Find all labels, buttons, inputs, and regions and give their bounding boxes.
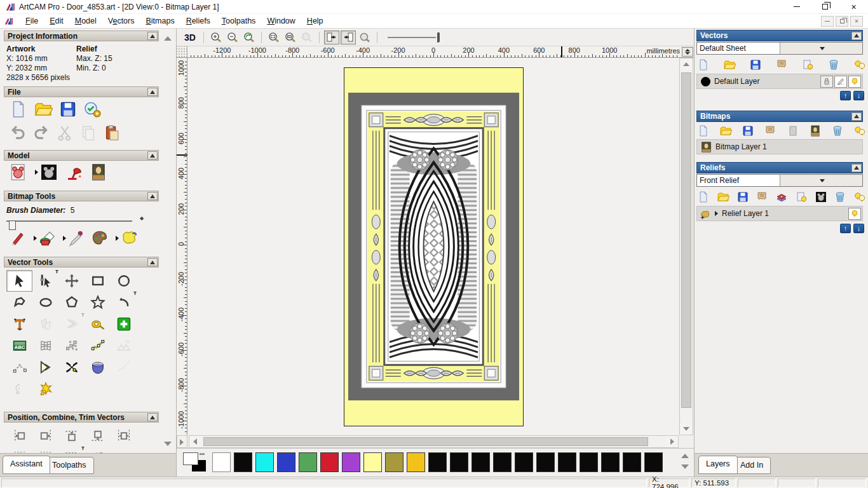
tab-assistant[interactable]: Assistant — [3, 456, 50, 474]
menu-window[interactable]: Window — [261, 15, 301, 27]
save-vector-layer[interactable] — [749, 58, 762, 71]
relief-layer-row[interactable]: Relief Layer 1 — [696, 206, 863, 221]
canvas-hscrollbar[interactable] — [189, 435, 679, 448]
paint[interactable] — [9, 229, 27, 247]
collapse-vector-tools-button[interactable] — [147, 258, 158, 266]
vector-doctor[interactable] — [32, 378, 58, 400]
panel-scroll-down[interactable] — [164, 442, 172, 448]
palette-swatch-1[interactable] — [234, 452, 252, 472]
set-model-size[interactable] — [9, 163, 28, 182]
mdi-minimize-button[interactable] — [821, 16, 834, 27]
collapse-file-button[interactable] — [147, 88, 158, 96]
drawing-canvas[interactable] — [187, 58, 679, 435]
create-star[interactable] — [85, 292, 111, 313]
delete-vector-layer[interactable] — [827, 58, 840, 71]
tab-add-in[interactable]: Add In — [733, 457, 771, 474]
palette-swatch-4[interactable] — [299, 452, 317, 472]
node-editing[interactable] — [32, 270, 58, 292]
next-view[interactable] — [341, 30, 356, 44]
lighting[interactable] — [64, 163, 83, 182]
new-relief-layer[interactable] — [697, 191, 710, 203]
minimize-button[interactable] — [782, 0, 811, 14]
paste-along-curve[interactable] — [58, 335, 85, 356]
palette-swatch-2[interactable] — [255, 452, 274, 472]
switch-to-3d-button[interactable]: 3D — [180, 32, 200, 43]
menu-help[interactable]: Help — [301, 15, 329, 27]
align-left[interactable] — [6, 425, 32, 447]
toggle-layer-visibility[interactable] — [801, 58, 814, 71]
relief-up-button[interactable]: ↑ — [840, 224, 851, 233]
menu-model[interactable]: Model — [69, 15, 102, 27]
palette-swatch-15[interactable] — [536, 452, 555, 472]
palette-swatch-12[interactable] — [471, 452, 490, 472]
offset-chevron[interactable] — [32, 356, 58, 378]
zoom-previous[interactable] — [241, 30, 257, 44]
scroll-left-button[interactable] — [189, 436, 201, 447]
show-all-bitmap-layers[interactable] — [853, 125, 866, 137]
mdi-restore-button[interactable] — [836, 16, 848, 27]
collapse-bitmaps-button[interactable] — [851, 112, 862, 121]
model-wizard[interactable] — [83, 100, 102, 119]
layer-down-button[interactable]: ↓ — [853, 91, 864, 100]
paste[interactable] — [103, 124, 121, 142]
save-relief-layer[interactable] — [736, 191, 749, 203]
delete-bitmap-layer[interactable] — [831, 125, 844, 137]
previous-view[interactable] — [324, 30, 339, 44]
palette-swatch-14[interactable] — [515, 452, 533, 472]
menu-bitmaps[interactable]: Bitmaps — [140, 15, 180, 27]
create-polyline[interactable] — [6, 292, 32, 313]
open-relief-layer[interactable] — [717, 191, 729, 203]
new-bitmap-layer[interactable] — [697, 125, 710, 137]
layer-up-button[interactable]: ↑ — [840, 91, 851, 100]
zoom-fit[interactable] — [283, 30, 298, 44]
colour-palette[interactable] — [91, 229, 109, 247]
greyscale-from-model[interactable] — [39, 163, 58, 182]
create-circle[interactable] — [111, 270, 137, 292]
undo[interactable] — [9, 124, 27, 142]
greyscale-preview[interactable] — [815, 191, 827, 203]
palette-swatch-9[interactable] — [407, 452, 425, 472]
relief-dropdown-button[interactable] — [780, 175, 863, 186]
align-bottom[interactable] — [85, 425, 111, 447]
palette-swatch-11[interactable] — [450, 452, 468, 472]
collapse-reliefs-button[interactable] — [851, 164, 862, 172]
relief-down-button[interactable]: ↓ — [853, 224, 864, 233]
redo[interactable] — [32, 124, 50, 142]
collapse-position-tools-button[interactable] — [147, 413, 158, 421]
panel-scroll-up[interactable] — [164, 36, 172, 43]
merge-bitmap-layers[interactable] — [764, 125, 776, 137]
open-bitmap-layer[interactable] — [719, 125, 732, 137]
transform-vectors[interactable] — [58, 270, 85, 292]
measure[interactable] — [85, 313, 111, 335]
vector-sheet-select[interactable]: Default Sheet — [696, 42, 863, 55]
palette-swatch-8[interactable] — [385, 452, 403, 472]
bitmap-preview[interactable] — [809, 125, 822, 137]
ruler-units-button[interactable] — [682, 47, 693, 57]
create-polygon[interactable] — [58, 292, 85, 313]
layer-visibility-bulb[interactable] — [848, 76, 861, 88]
pick-colour[interactable] — [67, 229, 85, 247]
palette-swatch-7[interactable] — [363, 452, 382, 472]
create-rectangle[interactable] — [85, 270, 111, 292]
palette-swatch-10[interactable] — [428, 452, 447, 472]
close-button[interactable]: × — [839, 0, 868, 14]
trim-vectors[interactable] — [58, 356, 85, 378]
palette-scroll-down[interactable] — [681, 464, 689, 469]
delete-relief-layer[interactable] — [834, 191, 846, 203]
brush-slider-handle[interactable] — [9, 220, 16, 230]
extrude-vector[interactable] — [85, 356, 111, 378]
menu-edit[interactable]: Edit — [44, 15, 69, 27]
palette-swatch-20[interactable] — [644, 452, 663, 472]
clear-bitmap-layer[interactable] — [787, 125, 799, 137]
fit-curve-to-points[interactable] — [85, 335, 111, 356]
layer-colour-swatch[interactable] — [701, 77, 710, 86]
layer-lock-button[interactable] — [820, 76, 833, 88]
tab-layers[interactable]: Layers — [698, 456, 738, 474]
create-text[interactable] — [6, 313, 32, 335]
palette-scroll-up[interactable] — [681, 454, 689, 458]
align-top[interactable] — [58, 425, 85, 447]
palette-swatch-17[interactable] — [580, 452, 598, 472]
ruler-toggle-box[interactable] — [177, 435, 187, 448]
scroll-down-button[interactable] — [680, 423, 693, 435]
align-centre[interactable] — [111, 425, 137, 447]
